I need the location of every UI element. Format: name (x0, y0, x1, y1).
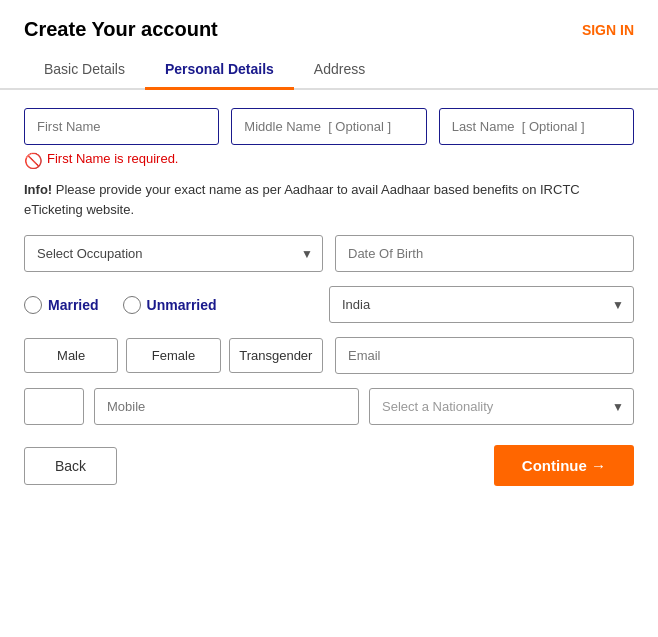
info-text: Please provide your exact name as per Aa… (24, 182, 580, 217)
occupation-dob-row: Select Occupation Student Employed Self-… (24, 235, 634, 272)
tab-personal[interactable]: Personal Details (145, 51, 294, 90)
info-label: Info! (24, 182, 52, 197)
name-row (24, 108, 634, 145)
marital-options: Married Unmarried (24, 296, 329, 314)
nationality-select-wrap: Select a Nationality Indian American Bri… (369, 388, 634, 425)
mobile-input[interactable] (94, 388, 359, 425)
form-personal-details: 🚫 First Name is required. Info! Please p… (0, 90, 658, 504)
gender-group: Male Female Transgender (24, 338, 323, 373)
last-name-input[interactable] (439, 108, 634, 145)
info-box: Info! Please provide your exact name as … (24, 180, 634, 219)
sign-in-link[interactable]: SIGN IN (582, 22, 634, 38)
mobile-wrap (94, 388, 359, 425)
back-button[interactable]: Back (24, 447, 117, 485)
tab-address[interactable]: Address (294, 51, 385, 90)
marital-country-row: Married Unmarried India USA UK ▼ (24, 286, 634, 323)
country-code-wrap: 91 (24, 388, 84, 425)
gender-transgender-button[interactable]: Transgender (229, 338, 323, 373)
married-option[interactable]: Married (24, 296, 99, 314)
gender-male-button[interactable]: Male (24, 338, 118, 373)
mobile-nationality-row: 91 Select a Nationality Indian American … (24, 388, 634, 425)
dob-wrap (335, 235, 634, 272)
header: Create Your account SIGN IN (0, 0, 658, 51)
tabs-bar: Basic Details Personal Details Address (0, 51, 658, 90)
middle-name-input[interactable] (231, 108, 426, 145)
first-name-input[interactable] (24, 108, 219, 145)
country-select-wrap: India USA UK ▼ (329, 286, 634, 323)
page-title: Create Your account (24, 18, 218, 41)
gender-email-row: Male Female Transgender (24, 337, 634, 374)
country-select[interactable]: India USA UK (329, 286, 634, 323)
continue-button[interactable]: Continue → (494, 445, 634, 486)
error-icon: 🚫 (24, 152, 43, 170)
married-radio[interactable] (24, 296, 42, 314)
email-input[interactable] (335, 337, 634, 374)
nationality-select[interactable]: Select a Nationality Indian American Bri… (369, 388, 634, 425)
occupation-select[interactable]: Select Occupation Student Employed Self-… (24, 235, 323, 272)
country-code-input[interactable]: 91 (24, 388, 84, 425)
footer-buttons: Back Continue → (24, 445, 634, 486)
unmarried-label[interactable]: Unmarried (147, 297, 217, 313)
email-wrap (335, 337, 634, 374)
error-text: First Name is required. (47, 151, 178, 166)
gender-female-button[interactable]: Female (126, 338, 220, 373)
dob-input[interactable] (335, 235, 634, 272)
tab-basic[interactable]: Basic Details (24, 51, 145, 90)
unmarried-option[interactable]: Unmarried (123, 296, 217, 314)
married-label[interactable]: Married (48, 297, 99, 313)
unmarried-radio[interactable] (123, 296, 141, 314)
first-name-error: 🚫 First Name is required. (24, 151, 634, 170)
occupation-select-wrap: Select Occupation Student Employed Self-… (24, 235, 323, 272)
